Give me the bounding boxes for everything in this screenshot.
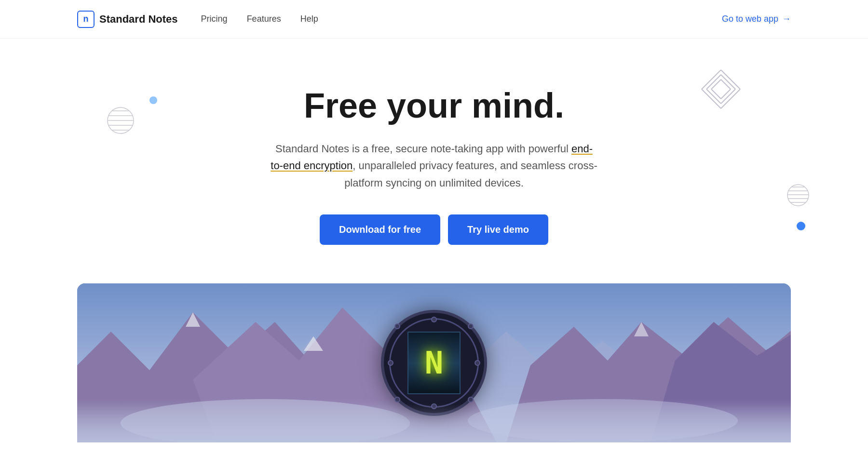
vault-door: N [407,332,461,394]
diamond-decoration [699,67,743,111]
dot-blue-right-decoration [797,222,805,230]
circle-gray-right-decoration [786,183,810,207]
logo-link[interactable]: n Standard Notes [77,11,178,28]
vault-bolt-bottomright [468,397,474,402]
vault-circle: N [381,310,487,416]
header: n Standard Notes Pricing Features Help G… [0,0,868,39]
vault-letter: N [425,347,444,378]
vault-bolt-topleft [394,323,400,329]
vault-bolt-right [475,360,480,366]
nav-pricing[interactable]: Pricing [201,14,228,24]
nav-help[interactable]: Help [300,14,318,24]
hero-image-inner: N [77,283,791,442]
logo-text: Standard Notes [99,13,178,26]
vault-outer: N [381,310,487,416]
svg-line-10 [711,89,721,99]
vault-bolt-top [431,317,437,322]
svg-line-0 [721,70,740,89]
svg-line-2 [702,89,721,108]
circle-striped-decoration [106,106,135,135]
header-cta-area: Go to web app → [722,14,791,24]
svg-line-1 [721,89,740,108]
main-nav: Pricing Features Help [201,14,318,24]
nav-features[interactable]: Features [247,14,281,24]
go-to-webapp-link[interactable]: Go to web app → [722,14,791,24]
svg-line-9 [721,89,731,99]
hero-description: Standard Notes is a free, secure note-ta… [270,140,598,191]
go-to-webapp-label: Go to web app [722,14,778,24]
vault-bolt-left [388,360,393,366]
svg-line-8 [721,80,731,89]
go-to-webapp-arrow: → [782,14,791,24]
hero-buttons: Download for free Try live demo [10,214,858,245]
hero-description-text1: Standard Notes is a free, secure note-ta… [275,143,571,155]
vault-bolt-bottomleft [394,397,400,402]
vault-bolt-topright [468,323,474,329]
svg-line-3 [702,70,721,89]
dot-blue-left-decoration [149,96,157,104]
fog-layer [77,404,791,442]
hero-image-container: N [77,283,791,442]
logo-icon: n [77,11,95,28]
svg-line-11 [711,80,721,89]
hero-description-text2: , unparalleled privacy features, and sea… [344,160,597,188]
hero-section: Free your mind. Standard Notes is a free… [0,39,868,283]
download-button[interactable]: Download for free [320,214,440,245]
live-demo-button[interactable]: Try live demo [448,214,548,245]
